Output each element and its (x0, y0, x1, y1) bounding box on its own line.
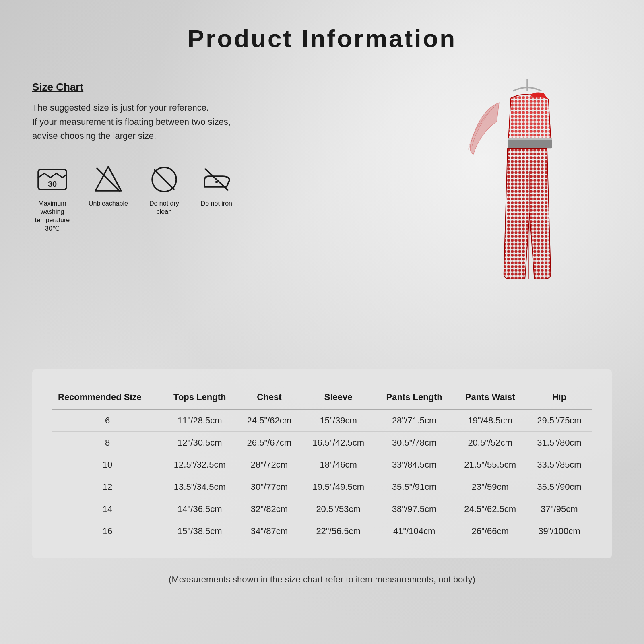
product-image (443, 77, 612, 349)
product-image-area (443, 77, 612, 349)
care-iron: Do not iron (200, 163, 233, 208)
table-cell-3-4: 35.5"/91cm (375, 476, 454, 498)
table-cell-3-6: 35.5"/90cm (527, 476, 592, 498)
table-cell-4-1: 14"/36.5cm (163, 498, 237, 520)
table-cell-3-5: 23"/59cm (453, 476, 526, 498)
table-row: 1414"/36.5cm32"/82cm20.5"/53cm38"/97.5cm… (52, 498, 592, 520)
table-row: 611"/28.5cm24.5"/62cm15"/39cm28"/71.5cm1… (52, 409, 592, 432)
table-cell-1-4: 30.5"/78cm (375, 431, 454, 454)
table-cell-2-4: 33"/84.5cm (375, 454, 454, 476)
care-instructions-container: 30 Maximum washingtemperature 30℃ Unblea… (32, 163, 427, 233)
table-cell-4-5: 24.5"/62.5cm (453, 498, 526, 520)
table-row: 1213.5"/34.5cm30"/77cm19.5"/49.5cm35.5"/… (52, 476, 592, 498)
no-bleach-icon (92, 163, 124, 196)
col-header-sleeve: Sleeve (301, 386, 375, 409)
table-cell-4-4: 38"/97.5cm (375, 498, 454, 520)
care-iron-label: Do not iron (201, 200, 232, 208)
table-cell-3-0: 12 (52, 476, 163, 498)
table-cell-2-2: 28"/72cm (237, 454, 301, 476)
table-cell-5-4: 41"/104cm (375, 520, 454, 542)
svg-rect-14 (508, 138, 552, 140)
table-cell-2-5: 21.5"/55.5cm (453, 454, 526, 476)
table-cell-5-5: 26"/66cm (453, 520, 526, 542)
wash-icon: 30 (36, 163, 68, 196)
table-row: 1615"/38.5cm34"/87cm22"/56.5cm41"/104cm2… (52, 520, 592, 542)
table-cell-0-5: 19"/48.5cm (453, 409, 526, 432)
table-cell-3-1: 13.5"/34.5cm (163, 476, 237, 498)
table-cell-4-3: 20.5"/53cm (301, 498, 375, 520)
table-cell-3-3: 19.5"/49.5cm (301, 476, 375, 498)
col-header-pants-length: Pants Length (375, 386, 454, 409)
table-cell-4-0: 14 (52, 498, 163, 520)
page-title: Product Information (32, 24, 612, 53)
table-cell-5-2: 34"/87cm (237, 520, 301, 542)
care-dry-clean-label: Do not dry clean (144, 200, 184, 217)
footer-note: (Measurements shown in the size chart re… (32, 574, 612, 593)
table-cell-5-6: 39"/100cm (527, 520, 592, 542)
table-cell-1-2: 26.5"/67cm (237, 431, 301, 454)
table-cell-4-2: 32"/82cm (237, 498, 301, 520)
svg-text:30: 30 (48, 180, 57, 188)
table-cell-1-5: 20.5"/52cm (453, 431, 526, 454)
table-cell-3-2: 30"/77cm (237, 476, 301, 498)
size-chart-description: The suggested size is just for your refe… (32, 101, 427, 143)
table-header-row: Recommended Size Tops Length Chest Sleev… (52, 386, 592, 409)
svg-line-5 (155, 170, 174, 189)
table-cell-0-2: 24.5"/62cm (237, 409, 301, 432)
table-cell-1-0: 8 (52, 431, 163, 454)
care-wash: 30 Maximum washingtemperature 30℃ (32, 163, 72, 233)
col-header-pants-waist: Pants Waist (453, 386, 526, 409)
table-cell-2-3: 18"/46cm (301, 454, 375, 476)
size-chart-heading: Size Chart (32, 81, 427, 93)
table-cell-1-3: 16.5"/42.5cm (301, 431, 375, 454)
table-cell-5-0: 16 (52, 520, 163, 542)
col-header-size: Recommended Size (52, 386, 163, 409)
table-cell-0-1: 11"/28.5cm (163, 409, 237, 432)
table-cell-1-6: 31.5"/80cm (527, 431, 592, 454)
table-cell-2-6: 33.5"/85cm (527, 454, 592, 476)
table-row: 1012.5"/32.5cm28"/72cm18"/46cm33"/84.5cm… (52, 454, 592, 476)
col-header-tops-length: Tops Length (163, 386, 237, 409)
table-cell-4-6: 37"/95cm (527, 498, 592, 520)
size-table: Recommended Size Tops Length Chest Sleev… (52, 386, 592, 542)
col-header-chest: Chest (237, 386, 301, 409)
table-cell-1-1: 12"/30.5cm (163, 431, 237, 454)
table-row: 812"/30.5cm26.5"/67cm16.5"/42.5cm30.5"/7… (52, 431, 592, 454)
table-cell-2-1: 12.5"/32.5cm (163, 454, 237, 476)
care-bleach: Unbleachable (89, 163, 128, 208)
care-wash-label: Maximum washingtemperature 30℃ (32, 200, 72, 233)
no-dry-clean-icon (148, 163, 180, 196)
table-cell-2-0: 10 (52, 454, 163, 476)
table-cell-0-3: 15"/39cm (301, 409, 375, 432)
col-header-hip: Hip (527, 386, 592, 409)
table-cell-0-0: 6 (52, 409, 163, 432)
size-table-section: Recommended Size Tops Length Chest Sleev… (32, 369, 612, 558)
care-bleach-label: Unbleachable (89, 200, 128, 208)
table-cell-0-6: 29.5"/75cm (527, 409, 592, 432)
care-dry-clean: Do not dry clean (144, 163, 184, 217)
svg-line-3 (97, 168, 120, 191)
no-iron-icon (200, 163, 233, 196)
table-cell-5-1: 15"/38.5cm (163, 520, 237, 542)
table-cell-0-4: 28"/71.5cm (375, 409, 454, 432)
table-cell-5-3: 22"/56.5cm (301, 520, 375, 542)
